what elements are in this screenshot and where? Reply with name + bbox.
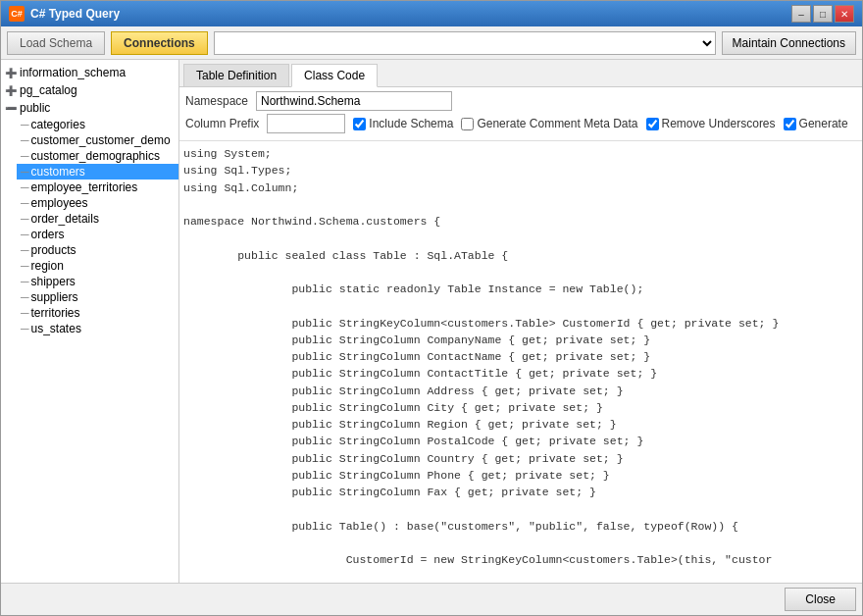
close-button[interactable]: Close [785, 588, 856, 611]
sidebar-item-shippers[interactable]: ─ shippers [17, 274, 178, 289]
tree-line: ─ [21, 118, 29, 131]
sidebar-item-region[interactable]: ─ region [17, 258, 178, 274]
expand-icon-public: ➖ [5, 103, 17, 114]
expand-icon-information-schema: ➕ [5, 68, 17, 78]
sidebar-item-employee-territories[interactable]: ─ employee_territories [17, 180, 178, 195]
generate-checkbox[interactable] [784, 118, 796, 130]
column-prefix-input[interactable] [267, 114, 345, 133]
sidebar-item-pg-catalog: pg_catalog [20, 83, 77, 97]
sidebar-item-suppliers[interactable]: ─ suppliers [17, 289, 178, 305]
column-prefix-label: Column Prefix [185, 117, 259, 130]
options-bar: Namespace Column Prefix Include Schema G… [179, 87, 862, 141]
window-title: C# Typed Query [30, 7, 120, 21]
tree-line: ─ [21, 243, 29, 257]
generate-checkbox-label[interactable]: Generate [784, 117, 848, 130]
sidebar-item-customer-demographics[interactable]: ─ customer_demographics [17, 148, 178, 164]
sidebar-item-information-schema: information_schema [20, 66, 126, 79]
tab-table-definition[interactable]: Table Definition [183, 64, 289, 86]
connections-dropdown[interactable] [214, 31, 716, 55]
tree-item-pg-catalog[interactable]: ➕ pg_catalog [1, 81, 178, 99]
maintain-connections-button[interactable]: Maintain Connections [722, 31, 856, 55]
toolbar: Load Schema Connections Maintain Connect… [1, 26, 862, 60]
sidebar-item-public: public [20, 101, 50, 115]
main-window: C# C# Typed Query – □ ✕ Load Schema Conn… [0, 0, 863, 616]
tree-line: ─ [21, 133, 29, 147]
tree-line: ─ [21, 290, 29, 304]
sidebar-item-categories[interactable]: ─ categories [17, 117, 178, 132]
tree-line: ─ [21, 149, 29, 163]
app-icon: C# [9, 6, 25, 22]
expand-icon-pg-catalog: ➕ [5, 85, 17, 96]
remove-underscores-checkbox[interactable] [646, 118, 659, 130]
right-panel: Table Definition Class Code Namespace Co… [179, 60, 862, 583]
generate-comment-checkbox-label[interactable]: Generate Comment Meta Data [461, 117, 637, 130]
sidebar-item-orders[interactable]: ─ orders [17, 227, 178, 242]
tree-line: ─ [21, 275, 29, 288]
options-checkboxes-row: Column Prefix Include Schema Generate Co… [185, 114, 856, 133]
sidebar: ➕ information_schema ➕ pg_catalog ➖ publ… [1, 60, 179, 583]
maximize-button[interactable]: □ [813, 5, 833, 23]
public-children: ─ categories ─ customer_customer_demo ─ … [1, 117, 178, 336]
sidebar-item-customer-customer-demo[interactable]: ─ customer_customer_demo [17, 132, 178, 148]
tree-item-public[interactable]: ➖ public [1, 99, 178, 117]
tree-line: ─ [21, 212, 29, 226]
sidebar-item-customers[interactable]: ─ customers [17, 164, 178, 180]
tab-class-code[interactable]: Class Code [291, 64, 378, 87]
namespace-label: Namespace [185, 94, 248, 108]
tree-line: ─ [21, 165, 29, 179]
namespace-row: Namespace [185, 91, 856, 111]
load-schema-button[interactable]: Load Schema [7, 31, 105, 55]
tree-line: ─ [21, 196, 29, 210]
tree-line: ─ [21, 306, 29, 320]
main-content: ➕ information_schema ➕ pg_catalog ➖ publ… [1, 60, 862, 583]
tab-bar: Table Definition Class Code [179, 60, 862, 87]
remove-underscores-checkbox-label[interactable]: Remove Underscores [646, 117, 776, 130]
title-controls: – □ ✕ [791, 5, 854, 23]
tree-line: ─ [21, 180, 29, 194]
connections-button[interactable]: Connections [111, 31, 208, 55]
include-schema-checkbox[interactable] [353, 118, 366, 130]
generate-comment-checkbox[interactable] [461, 118, 474, 130]
sidebar-item-employees[interactable]: ─ employees [17, 195, 178, 211]
title-bar-left: C# C# Typed Query [9, 6, 120, 22]
tree-line: ─ [21, 259, 29, 273]
tree-line: ─ [21, 228, 29, 241]
minimize-button[interactable]: – [791, 5, 811, 23]
tree-item-information-schema[interactable]: ➕ information_schema [1, 64, 178, 81]
tree-line: ─ [21, 322, 29, 335]
code-area[interactable]: using System; using Sql.Types; using Sql… [179, 141, 862, 583]
sidebar-item-order-details[interactable]: ─ order_details [17, 211, 178, 227]
sidebar-item-territories[interactable]: ─ territories [17, 305, 178, 321]
title-bar: C# C# Typed Query – □ ✕ [1, 1, 862, 26]
include-schema-checkbox-label[interactable]: Include Schema [353, 117, 453, 130]
namespace-input[interactable] [256, 91, 452, 111]
sidebar-item-products[interactable]: ─ products [17, 242, 178, 258]
sidebar-item-us-states[interactable]: ─ us_states [17, 321, 178, 336]
window-close-button[interactable]: ✕ [835, 5, 854, 23]
bottom-bar: Close [1, 583, 862, 615]
